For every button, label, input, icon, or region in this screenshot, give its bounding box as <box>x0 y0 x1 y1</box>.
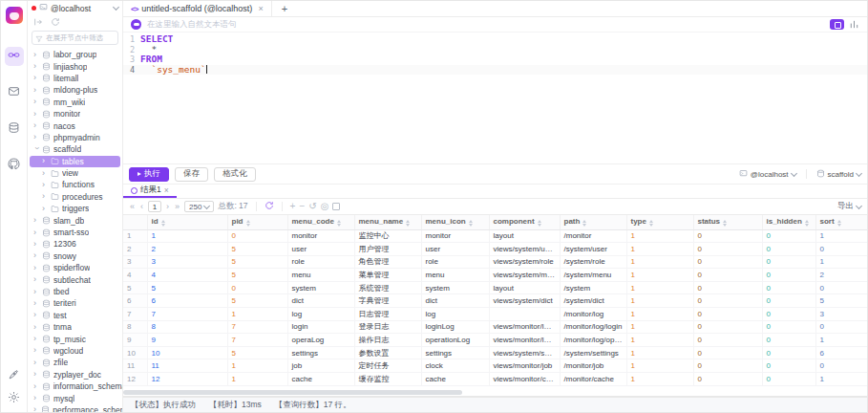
feedback-nav-button[interactable] <box>5 83 24 102</box>
chevron-right-icon[interactable]: › <box>33 62 39 71</box>
tree-item-nacos[interactable]: ›nacos <box>28 120 122 131</box>
cell-pid[interactable]: 1 <box>227 359 287 373</box>
chevron-right-icon[interactable]: › <box>33 405 38 412</box>
cell-is_hidden[interactable]: 0 <box>762 359 815 373</box>
tree-item-linjiashop[interactable]: ›linjiashop <box>28 60 122 72</box>
database-select[interactable]: scaffold <box>816 169 861 180</box>
cell-is_hidden[interactable]: 0 <box>762 320 815 334</box>
cell-path[interactable]: /monitor/log/operation <box>560 334 626 347</box>
tree-item-tables[interactable]: ›tables <box>30 156 120 167</box>
cell-path[interactable]: /monitor/log <box>560 308 626 321</box>
preview-changes-icon[interactable]: ◎ <box>321 202 329 211</box>
cell-is_hidden[interactable]: 0 <box>762 294 815 308</box>
sort-icon[interactable] <box>837 220 841 227</box>
editor-line[interactable]: 1SELECT <box>123 34 867 45</box>
cell-type[interactable]: 1 <box>626 359 693 373</box>
cell-rowno[interactable]: 4 <box>123 269 147 282</box>
tree-item-slam_db[interactable]: ›slam_db <box>28 214 122 226</box>
chevron-right-icon[interactable]: › <box>33 86 39 95</box>
refresh-result-button[interactable] <box>265 201 274 212</box>
cell-status[interactable]: 0 <box>693 373 762 386</box>
cell-menu_name[interactable]: 参数设置 <box>354 346 421 359</box>
cell-menu_icon[interactable]: clock <box>421 359 489 373</box>
sort-icon[interactable] <box>805 220 809 227</box>
database-nav-button[interactable] <box>5 120 24 139</box>
cell-id[interactable]: 6 <box>147 294 227 308</box>
cell-sort[interactable]: 0 <box>815 281 867 294</box>
tree-item-functions[interactable]: ›functions <box>28 179 122 190</box>
cell-status[interactable]: 0 <box>693 294 762 308</box>
chevron-right-icon[interactable]: › <box>33 299 39 308</box>
cell-sort[interactable]: 0 <box>815 243 867 256</box>
export-button[interactable]: 导出 <box>837 201 861 212</box>
cell-path[interactable]: /system/dict <box>560 294 626 308</box>
run-button[interactable]: 执行 <box>129 167 169 182</box>
chevron-right-icon[interactable]: › <box>33 264 39 272</box>
cell-status[interactable]: 0 <box>693 229 762 243</box>
cell-pid[interactable]: 1 <box>227 308 287 321</box>
cell-status[interactable]: 0 <box>693 308 762 321</box>
table-row[interactable]: 887login登录日志loginLogviews/monitor/log/lo… <box>123 320 867 334</box>
cell-sort[interactable]: 1 <box>815 373 867 386</box>
cell-path[interactable]: /monitor <box>560 229 626 243</box>
sort-icon[interactable] <box>161 220 165 227</box>
cell-pid[interactable]: 5 <box>227 243 287 256</box>
cell-menu_code[interactable]: settings <box>287 346 354 359</box>
chevron-right-icon[interactable]: › <box>33 311 39 319</box>
cell-menu_code[interactable]: cache <box>287 373 354 386</box>
page-size-select[interactable]: 250 <box>184 201 214 212</box>
cell-menu_icon[interactable]: dict <box>421 294 489 308</box>
cell-menu_code[interactable]: menu <box>287 269 354 282</box>
cell-rowno[interactable]: 2 <box>123 243 147 256</box>
column-header-sort[interactable]: sort <box>815 215 867 229</box>
tree-item-scaffold[interactable]: ›scaffold <box>28 143 122 155</box>
sort-icon[interactable] <box>538 220 541 227</box>
cell-path[interactable]: /system <box>560 281 626 294</box>
cell-menu_code[interactable]: job <box>287 359 354 373</box>
cell-sort[interactable]: 5 <box>815 294 867 308</box>
revert-button[interactable]: ↺ <box>308 202 316 211</box>
cell-id[interactable]: 9 <box>147 334 227 347</box>
sort-icon[interactable] <box>337 220 341 227</box>
cell-id[interactable]: 8 <box>147 320 227 334</box>
tree-item-phpmyadmin[interactable]: ›phpmyadmin <box>28 132 122 143</box>
cell-menu_name[interactable]: 监控中心 <box>354 229 421 243</box>
table-row[interactable]: 445menu菜单管理menuviews/system/menu/system/… <box>123 269 867 282</box>
cell-type[interactable]: 1 <box>626 281 693 294</box>
cell-is_hidden[interactable]: 0 <box>762 346 815 359</box>
column-header-status[interactable]: status <box>693 215 762 229</box>
chevron-right-icon[interactable]: › <box>33 228 39 237</box>
cell-component[interactable]: views/monitor/log/operation <box>489 334 560 347</box>
column-header-menu_name[interactable]: menu_name <box>354 215 421 229</box>
tree-item-zyplayer_doc[interactable]: ›zyplayer_doc <box>28 369 122 380</box>
cell-type[interactable]: 1 <box>626 255 693 269</box>
cell-id[interactable]: 4 <box>147 269 227 282</box>
tree-item-monitor[interactable]: ›monitor <box>28 108 122 120</box>
cell-pid[interactable]: 0 <box>227 281 287 294</box>
sort-icon[interactable] <box>406 220 410 227</box>
cell-component[interactable]: views/system/dict <box>489 294 560 308</box>
tree-item-procedures[interactable]: ›procedures <box>28 191 122 203</box>
cell-is_hidden[interactable]: 0 <box>762 255 815 269</box>
cell-rowno[interactable]: 12 <box>123 373 147 386</box>
cell-sort[interactable]: 1 <box>815 334 867 347</box>
cell-is_hidden[interactable]: 0 <box>762 269 815 282</box>
tree-item-tbed[interactable]: ›tbed <box>28 286 122 297</box>
chevron-right-icon[interactable]: › <box>33 382 39 391</box>
chevron-right-icon[interactable]: › <box>42 192 48 201</box>
chevron-right-icon[interactable]: › <box>33 251 39 260</box>
cell-menu_icon[interactable]: log <box>421 308 489 321</box>
cell-menu_icon[interactable]: monitor <box>421 229 489 243</box>
column-header-is_hidden[interactable]: is_hidden <box>762 215 815 229</box>
cell-menu_icon[interactable]: menu <box>421 269 489 282</box>
cell-path[interactable]: /monitor/cache <box>560 373 626 386</box>
tree-item-view[interactable]: ›view <box>28 167 122 179</box>
settings-button[interactable] <box>5 389 24 408</box>
cell-component[interactable]: views/monitor/job <box>489 359 560 373</box>
cell-component[interactable]: views/system/role <box>489 255 560 269</box>
cell-menu_icon[interactable]: cache <box>421 373 489 386</box>
sql-editor[interactable]: 1SELECT2 *3FROM4 `sys_menu` <box>123 33 867 163</box>
column-header-id[interactable]: id <box>147 215 227 229</box>
delete-row-button[interactable]: − <box>299 202 305 211</box>
cell-path[interactable]: /system/settings <box>560 346 626 359</box>
